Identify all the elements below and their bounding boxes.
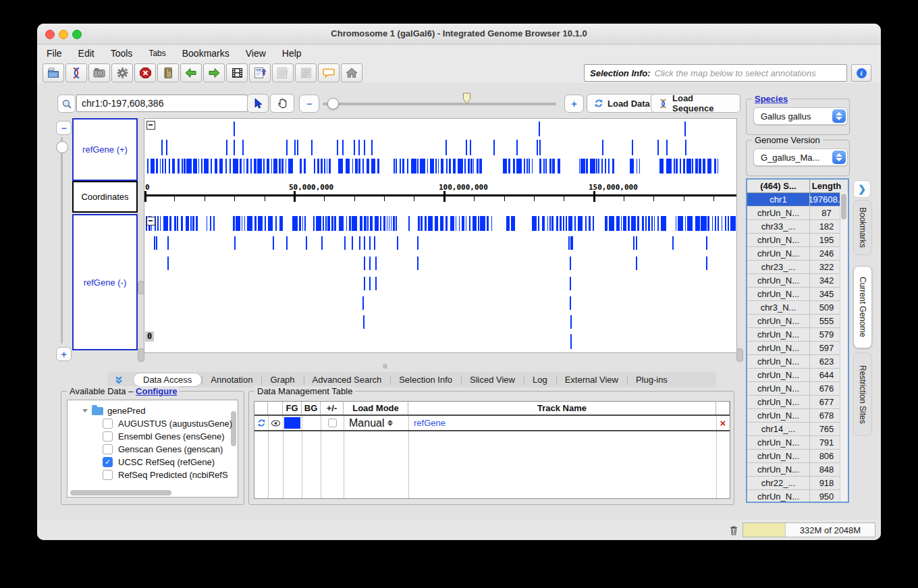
side-tab-bookmarks[interactable]: Bookmarks bbox=[853, 200, 872, 255]
species-dropdown[interactable]: Gallus gallus bbox=[753, 107, 848, 125]
trash-icon[interactable] bbox=[728, 525, 739, 536]
dmt-column-fg[interactable]: FG bbox=[283, 402, 302, 415]
seq-table-row[interactable]: chr22_...918 bbox=[747, 477, 848, 490]
tree-item-genscan-genes-genscan[interactable]: Genscan Genes (genscan) bbox=[103, 443, 223, 456]
tree-item-ensembl-genes-ensgene[interactable]: Ensembl Genes (ensGene) bbox=[103, 430, 225, 443]
dmt-column-icon[interactable] bbox=[716, 402, 730, 415]
seq-table-row[interactable]: chrUn_N...597 bbox=[747, 342, 848, 355]
seq-table-row[interactable]: chr1197608... bbox=[747, 193, 848, 207]
seq-table-row[interactable]: chrUn_N...555 bbox=[747, 315, 848, 328]
seq-table-row[interactable]: chrUn_N...676 bbox=[747, 382, 848, 396]
film-button[interactable] bbox=[226, 63, 248, 82]
export-disabled-button[interactable] bbox=[272, 63, 294, 82]
bg-color-cell[interactable] bbox=[302, 416, 321, 430]
checkbox-unchecked[interactable] bbox=[103, 431, 113, 442]
tree-horizontal-scrollbar[interactable] bbox=[69, 490, 230, 496]
seq-table-row[interactable]: chrUn_N...87 bbox=[747, 207, 848, 220]
book-button[interactable] bbox=[157, 63, 179, 82]
zoom-window-button[interactable] bbox=[72, 30, 82, 39]
vertical-zoom-slider-thumb[interactable] bbox=[56, 141, 68, 153]
load-mode-spinner-icon[interactable] bbox=[387, 420, 393, 426]
gear-button[interactable] bbox=[111, 63, 133, 82]
open-file-button[interactable] bbox=[43, 63, 64, 82]
list-disabled-button[interactable] bbox=[295, 63, 317, 82]
dmt-column-track-name[interactable]: Track Name bbox=[408, 402, 716, 415]
menu-edit[interactable]: Edit bbox=[78, 48, 94, 59]
track-label-reverse[interactable]: refGene (-) bbox=[72, 214, 138, 350]
vertical-zoom-in-button[interactable]: + bbox=[56, 347, 72, 361]
tab-log[interactable]: Log bbox=[524, 373, 556, 386]
seq-table-row[interactable]: chrUn_N...791 bbox=[747, 436, 848, 450]
seq-table-row[interactable]: chrUn_N...623 bbox=[747, 355, 848, 369]
tab-external-view[interactable]: External View bbox=[556, 373, 627, 386]
pane-divider-handle[interactable] bbox=[383, 364, 387, 369]
seq-table-row[interactable]: chrUn_N...195 bbox=[747, 234, 848, 247]
search-button[interactable] bbox=[57, 95, 76, 113]
seq-table-row[interactable]: chrUn_N...950 bbox=[747, 490, 848, 503]
reverse-track-collapse-icon[interactable] bbox=[146, 217, 155, 225]
menu-bookmarks[interactable]: Bookmarks bbox=[182, 48, 230, 59]
coordinate-input[interactable]: chr1:0-197,608,386 bbox=[76, 95, 248, 112]
menu-help[interactable]: Help bbox=[282, 48, 302, 59]
dmt-track-row[interactable]: ManualrefGene× bbox=[254, 416, 730, 431]
side-tab-restriction-sites[interactable]: Restriction Sites bbox=[853, 352, 872, 436]
dmt-column-icon[interactable] bbox=[254, 402, 268, 415]
map-scrollbar-thumb[interactable] bbox=[736, 348, 743, 362]
minimize-window-button[interactable] bbox=[59, 30, 68, 39]
forward-track-collapse-icon[interactable] bbox=[146, 121, 155, 130]
tree-expand-icon[interactable] bbox=[82, 409, 88, 412]
seq-table-row[interactable]: chrUn_N...644 bbox=[747, 369, 848, 382]
seq-table-row[interactable]: chrUn_N...246 bbox=[747, 247, 848, 261]
seq-table-row[interactable]: chrUn_N...677 bbox=[747, 396, 848, 409]
menu-tabs[interactable]: Tabs bbox=[148, 49, 165, 58]
feedback-bubble-button[interactable] bbox=[318, 63, 340, 82]
seq-table-row[interactable]: chr23_...322 bbox=[747, 261, 848, 274]
menu-tools[interactable]: Tools bbox=[111, 48, 133, 59]
dmt-column-load-mode[interactable]: Load Mode bbox=[344, 402, 408, 415]
seq-table-row[interactable]: chrUn_N...806 bbox=[747, 450, 848, 463]
export-report-button[interactable] bbox=[249, 63, 271, 82]
vertical-zoom-slider-track[interactable] bbox=[61, 137, 63, 344]
checkbox-unchecked[interactable] bbox=[103, 470, 113, 480]
seq-table-row[interactable]: chrUn_N...579 bbox=[747, 328, 848, 342]
zoom-slider-track[interactable] bbox=[323, 103, 556, 105]
tab-plug-ins[interactable]: Plug-ins bbox=[627, 373, 676, 386]
zoom-slider-thumb[interactable] bbox=[327, 98, 339, 109]
stop-button[interactable] bbox=[134, 63, 156, 82]
menu-view[interactable]: View bbox=[246, 48, 266, 59]
menu-file[interactable]: File bbox=[47, 48, 62, 59]
load-mode-value[interactable]: Manual bbox=[344, 417, 384, 429]
length-column-header[interactable]: Length bbox=[810, 180, 843, 192]
select-tool-button[interactable] bbox=[247, 94, 269, 113]
vertical-zoom-out-button[interactable]: − bbox=[56, 121, 72, 135]
tree-item-augustus-augustusgene[interactable]: AUGUSTUS (augustusGene) bbox=[103, 417, 232, 430]
checkbox-unchecked[interactable] bbox=[103, 419, 113, 429]
pan-tool-button[interactable] bbox=[270, 94, 294, 113]
side-tab-current-genome[interactable]: Current Genome bbox=[853, 266, 872, 348]
seq-table-row[interactable]: chrUn_N...848 bbox=[747, 463, 848, 477]
delete-track-icon[interactable]: × bbox=[720, 417, 726, 429]
seq-table-row[interactable]: chr33_...182 bbox=[747, 220, 848, 234]
zoom-out-button[interactable]: − bbox=[299, 95, 319, 113]
sequence-table-scrollbar[interactable] bbox=[840, 192, 848, 502]
checkbox-unchecked[interactable] bbox=[103, 444, 113, 454]
home-button[interactable] bbox=[341, 63, 362, 82]
visibility-eye-icon[interactable] bbox=[271, 419, 281, 427]
seq-table-row[interactable]: chrUn_N...345 bbox=[747, 288, 848, 301]
strand-checkbox[interactable] bbox=[328, 419, 337, 427]
tab-graph[interactable]: Graph bbox=[261, 373, 303, 386]
tree-item-refseq-predicted-ncbirefs[interactable]: RefSeq Predicted (ncbiRefS bbox=[103, 469, 228, 481]
seq-table-row[interactable]: chrUn_N...342 bbox=[747, 274, 848, 288]
forward-arrow-button[interactable] bbox=[203, 63, 225, 82]
back-arrow-button[interactable] bbox=[180, 63, 202, 82]
seq-table-row[interactable]: chrUn_N...678 bbox=[747, 409, 848, 423]
tree-vertical-scrollbar[interactable] bbox=[231, 402, 237, 489]
checkbox-checked[interactable]: ✓ bbox=[103, 457, 113, 467]
dna-button[interactable] bbox=[65, 63, 87, 82]
track-label-coordinates[interactable]: Coordinates bbox=[72, 181, 138, 213]
camera-button[interactable] bbox=[88, 63, 110, 82]
collapse-tabs-button[interactable] bbox=[110, 373, 128, 387]
seq-column-header[interactable]: (464) S... bbox=[747, 180, 810, 192]
zoom-in-button[interactable]: + bbox=[564, 95, 584, 113]
track-label-forward[interactable]: refGene (+) bbox=[72, 118, 138, 181]
